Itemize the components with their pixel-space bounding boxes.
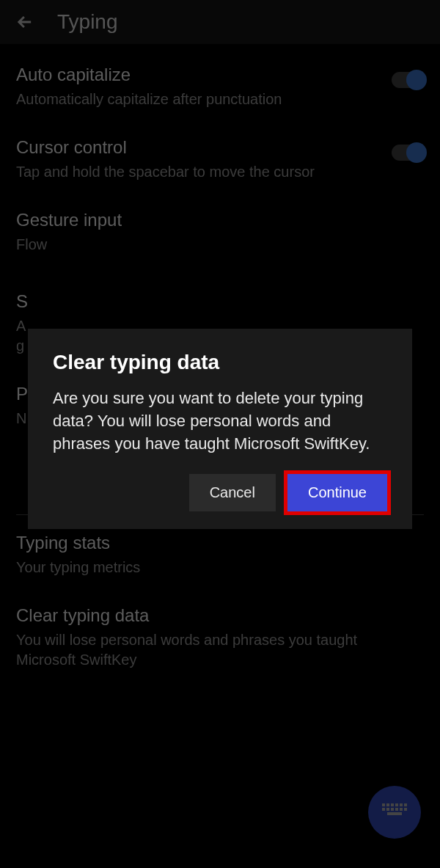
clear-data-dialog: Clear typing data Are you sure you want … [28,329,412,529]
cancel-button[interactable]: Cancel [189,474,276,511]
dialog-body: Are you sure you want to delete your typ… [53,387,387,455]
dialog-actions: Cancel Continue [53,474,387,511]
continue-button[interactable]: Continue [287,474,387,511]
dialog-title: Clear typing data [53,351,387,374]
